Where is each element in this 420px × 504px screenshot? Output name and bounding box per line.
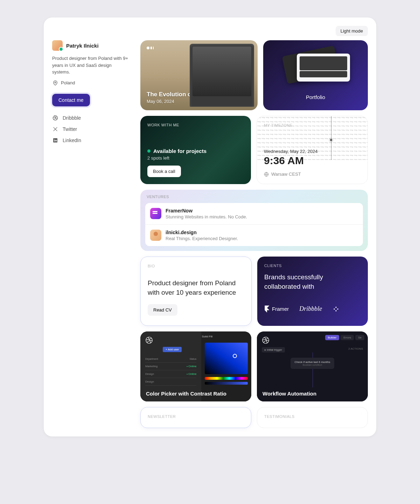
svg-rect-8 bbox=[337, 308, 338, 309]
timezone-card: MY TIMEZONE Wednesday, May 22, 2024 9:36… bbox=[257, 116, 368, 184]
avatar bbox=[52, 40, 63, 51]
book-call-button[interactable]: Book a call bbox=[147, 166, 181, 177]
social-twitter[interactable]: Twitter bbox=[52, 126, 129, 132]
ventures-label: VENTURES bbox=[145, 195, 363, 199]
contact-button[interactable]: Contact me bbox=[52, 94, 90, 106]
venture-desc: Real Things. Experienced Designer. bbox=[166, 236, 238, 241]
portfolio-title: Portfolio bbox=[306, 94, 325, 100]
bio-card: BIO Product designer from Poland with ov… bbox=[140, 257, 252, 326]
dribbble-icon bbox=[145, 336, 153, 344]
venture-item[interactable]: ilnicki.design Real Things. Experienced … bbox=[145, 224, 363, 246]
location-pin-icon bbox=[52, 80, 58, 86]
framer-logo: Framer bbox=[264, 306, 289, 313]
svg-point-0 bbox=[55, 82, 56, 83]
timezone-time: 9:36 AM bbox=[264, 155, 360, 167]
clients-card: CLIENTS Brands successfully collaborated… bbox=[257, 257, 368, 326]
timezone-location: Warsaw CEST bbox=[271, 172, 301, 177]
mock-adduser: + Add user bbox=[163, 347, 182, 352]
ventures-card: VENTURES FramerNow Stunning Websites in … bbox=[140, 190, 368, 251]
svg-point-4 bbox=[54, 139, 55, 140]
newsletter-label: NEWSLETTER bbox=[148, 414, 244, 419]
dribbble-icon bbox=[262, 336, 270, 344]
svg-rect-9 bbox=[336, 310, 337, 311]
spots-text: 2 spots left bbox=[147, 155, 244, 161]
framernow-icon bbox=[150, 208, 161, 219]
social-label: Twitter bbox=[63, 126, 77, 132]
newsletter-card: NEWSLETTER bbox=[140, 407, 251, 428]
venture-name: FramerNow bbox=[166, 208, 247, 214]
linkedin-icon bbox=[52, 137, 58, 144]
work-with-me-card: WORK WITH ME Available for projects 2 sp… bbox=[140, 116, 251, 184]
read-cv-button[interactable]: Read CV bbox=[148, 304, 177, 316]
dribbble-shot-card[interactable]: Builder Errors Se ▸ Initial trigger 2 AC… bbox=[257, 331, 368, 401]
shot-title: Workflow Automation bbox=[262, 391, 316, 397]
bio-label: BIO bbox=[148, 264, 244, 268]
sidebar: Patryk Ilnicki Product designer from Pol… bbox=[52, 40, 129, 428]
article-date: May 06, 2024 bbox=[147, 99, 251, 104]
svg-rect-7 bbox=[336, 307, 337, 308]
clients-title: Brands successfully collaborated with bbox=[264, 273, 361, 291]
location-text: Poland bbox=[61, 80, 75, 85]
work-label: WORK WITH ME bbox=[147, 123, 244, 127]
social-label: Dribbble bbox=[63, 115, 81, 121]
venture-name: ilnicki.design bbox=[166, 230, 238, 235]
article-card[interactable]: The Evolution of Online Media May 06, 20… bbox=[140, 40, 258, 110]
profile-bio: Product designer from Poland with 9+ yea… bbox=[52, 55, 129, 76]
timezone-label: MY TIMEZONE bbox=[264, 123, 360, 127]
portfolio-card[interactable]: Portfolio bbox=[263, 40, 368, 110]
venture-desc: Stunning Websites in minutes. No Code. bbox=[166, 214, 247, 219]
testimonials-label: TESTIMONIALS bbox=[264, 414, 360, 419]
svg-rect-3 bbox=[54, 140, 55, 141]
svg-rect-6 bbox=[334, 308, 335, 309]
availability-dot-icon bbox=[147, 149, 150, 153]
medium-icon bbox=[147, 47, 251, 49]
slack-logo bbox=[332, 306, 340, 313]
profile-location: Poland bbox=[52, 80, 129, 86]
dribbble-shot-card[interactable]: + Add user DepartmentStatus Marketing• O… bbox=[140, 331, 251, 401]
theme-toggle-button[interactable]: Light mode bbox=[336, 26, 368, 36]
venture-item[interactable]: FramerNow Stunning Websites in minutes. … bbox=[145, 203, 363, 224]
timezone-date: Wednesday, May 22, 2024 bbox=[264, 149, 360, 154]
bio-text: Product designer from Poland with over 1… bbox=[148, 279, 244, 297]
dribbble-icon bbox=[52, 115, 58, 121]
social-linkedin[interactable]: LinkedIn bbox=[52, 137, 129, 144]
testimonials-card: TESTIMONIALS bbox=[257, 407, 368, 428]
social-dribbble[interactable]: Dribbble bbox=[52, 115, 129, 121]
clients-label: CLIENTS bbox=[264, 264, 361, 268]
shot-title: Color Picker with Contrast Ratio bbox=[146, 391, 226, 397]
globe-icon bbox=[264, 172, 269, 177]
profile-name: Patryk Ilnicki bbox=[66, 43, 99, 49]
twitter-icon bbox=[52, 126, 58, 132]
ilnicki-icon bbox=[150, 230, 161, 241]
social-label: LinkedIn bbox=[63, 138, 81, 143]
dribbble-logo: Dribbble bbox=[299, 305, 322, 313]
availability-text: Available for projects bbox=[153, 148, 206, 154]
